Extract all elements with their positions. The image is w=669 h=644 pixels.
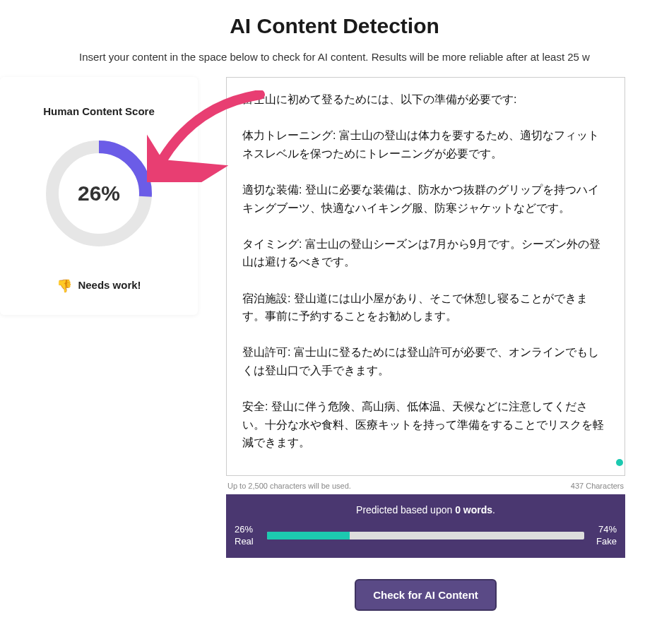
grammarly-indicator-icon — [616, 459, 623, 466]
prediction-bar-fill — [267, 532, 350, 539]
score-card-title: Human Content Score — [14, 105, 184, 117]
score-card: Human Content Score 26% 👎Needs work! — [0, 77, 198, 315]
verdict-text: Needs work! — [78, 279, 141, 291]
page-title: AI Content Detection — [0, 14, 669, 38]
main-panel: Up to 2,500 characters will be used. 437… — [226, 77, 636, 611]
check-ai-content-button[interactable]: Check for AI Content — [355, 579, 497, 611]
limit-note: Up to 2,500 characters will be used. — [227, 482, 351, 490]
score-verdict: 👎Needs work! — [14, 278, 184, 294]
fake-label: 74% Fake — [591, 524, 617, 548]
prediction-text: Predicted based upon 0 words. — [235, 504, 617, 515]
content-textarea[interactable] — [226, 77, 625, 476]
prediction-bar — [267, 532, 584, 539]
score-donut-chart: 26% — [42, 137, 155, 250]
page-subtitle: Insert your content in the space below t… — [0, 51, 669, 63]
prediction-panel: Predicted based upon 0 words. 26% Real 7… — [226, 494, 625, 558]
real-label: 26% Real — [235, 524, 260, 548]
score-percent-text: 26% — [78, 181, 120, 205]
thumbs-down-icon: 👎 — [57, 279, 72, 293]
char-count: 437 Characters — [571, 482, 624, 490]
